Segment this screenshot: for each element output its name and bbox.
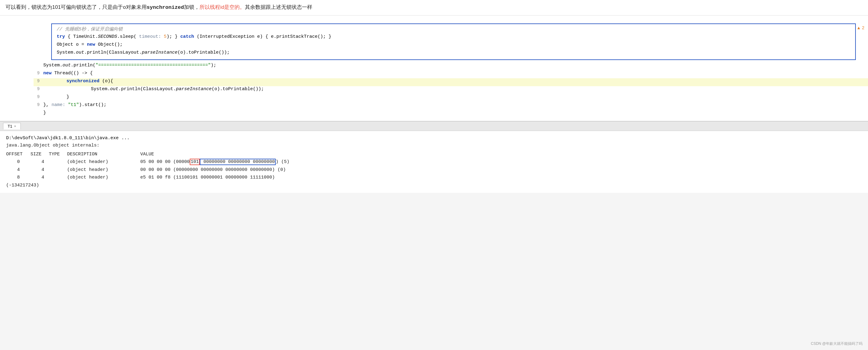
terminal-path: D:\devSoft\Java\jdk1.8.0_111\bin\java.ex…: [6, 135, 862, 142]
code-line-sep: System.out.println("====================…: [34, 63, 868, 70]
cell-desc-8: (object header): [67, 174, 140, 181]
tab-label: T1: [8, 124, 12, 129]
code-line-comment: // 先睡眠5秒，保证开启偏向锁: [56, 26, 851, 34]
table-header-row: OFFSET SIZE TYPE DESCRIPTION VALUE: [6, 150, 862, 159]
line-number-box: [24, 21, 33, 23]
cell-value-8: e5 01 00 f8 (11100101 00000001 00000000 …: [140, 174, 862, 181]
editor-area: // 先睡眠5秒，保证开启偏向锁 try { TimeUnit.SECONDS.…: [0, 15, 868, 193]
cell-offset-4: 4: [6, 166, 31, 174]
banner-text-before: 可以看到，锁状态为101可偏向锁状态了，只是由于o对象未用: [5, 4, 147, 10]
code-line-try: try { TimeUnit.SECONDS.sleep( timeout: 5…: [56, 34, 851, 42]
table-footer: (-134217243): [6, 181, 862, 189]
cell-type-0: [49, 158, 67, 166]
terminal-tab-bar: T1 ×: [0, 121, 868, 131]
cell-desc-0: (object header): [67, 158, 140, 166]
tab-close-button[interactable]: ×: [14, 124, 16, 128]
code-line-system2: 9 System.out.println(ClassLayout.parseIn…: [34, 86, 868, 94]
csdn-watermark: CSDN @年龄大就不能搞码了吗: [811, 341, 863, 346]
code-line-close-main: }: [34, 110, 868, 118]
terminal-output: D:\devSoft\Java\jdk1.8.0_111\bin\java.ex…: [0, 131, 868, 193]
warning-badge: ▲ 2: [857, 25, 864, 30]
table-row-8: 8 4 (object header) e5 01 00 f8 (1110010…: [6, 174, 862, 181]
cell-type-4: [49, 166, 67, 174]
col-header-type: TYPE: [49, 150, 67, 159]
table-row-4: 4 4 (object header) 00 00 00 00 (0000000…: [6, 166, 862, 174]
banner-text-before2: 加锁，: [184, 4, 199, 10]
code-container: // 先睡眠5秒，保证开启偏向锁 try { TimeUnit.SECONDS.…: [0, 21, 868, 118]
terminal-tab-t1[interactable]: T1 ×: [3, 123, 21, 130]
col-header-size: SIZE: [31, 150, 49, 159]
cell-type-8: [49, 174, 67, 181]
code-line-synchronized: 9 synchronized (o){: [34, 78, 868, 86]
banner-red-text: 所以线程id是空的。: [199, 4, 245, 10]
banner-bold-code: synchronized: [147, 5, 184, 10]
cell-size-0: 4: [31, 158, 49, 166]
code-line-object: Object o = new Object();: [56, 42, 851, 50]
code-line-thread-end: 9 }, name: "t1").start();: [34, 102, 868, 110]
cell-offset-0: 0: [6, 158, 31, 166]
code-line-close-sync: 9 }: [34, 94, 868, 102]
table-row-0: 0 4 (object header) 05 00 00 00 (0000010…: [6, 158, 862, 166]
col-header-offset: OFFSET: [6, 150, 31, 159]
terminal-table: OFFSET SIZE TYPE DESCRIPTION VALUE 0 4 (…: [6, 150, 862, 189]
cell-size-8: 4: [31, 174, 49, 181]
col-header-desc: DESCRIPTION: [67, 150, 140, 159]
blue-box-highlight: // 先睡眠5秒，保证开启偏向锁 try { TimeUnit.SECONDS.…: [51, 24, 856, 60]
cell-value-0: 05 00 00 00 (00000101 00000000 00000000 …: [140, 158, 862, 166]
code-line-thread: 9 new Thread(() -> {: [34, 70, 868, 78]
col-header-value: VALUE: [140, 150, 862, 159]
cell-desc-4: (object header): [67, 166, 140, 174]
cell-value-4: 00 00 00 00 (00000000 00000000 00000000 …: [140, 166, 862, 174]
banner-text-after: 其余数据跟上述无锁状态一样: [245, 4, 312, 10]
value-rest-highlight: 00000000 00000000 00000000: [200, 159, 276, 165]
terminal-object-line: java.lang.Object object internals:: [6, 142, 862, 149]
code-line-system1: System.out.println(ClassLayout.parseInst…: [56, 50, 851, 58]
top-banner: 可以看到，锁状态为101可偏向锁状态了，只是由于o对象未用synchronize…: [0, 0, 868, 15]
cell-size-4: 4: [31, 166, 49, 174]
footer-text: (-134217243): [6, 181, 39, 189]
cell-offset-8: 8: [6, 174, 31, 181]
value-101-highlight: 101: [190, 159, 200, 165]
code-editor: // 先睡眠5秒，保证开启偏向锁 try { TimeUnit.SECONDS.…: [0, 15, 868, 121]
